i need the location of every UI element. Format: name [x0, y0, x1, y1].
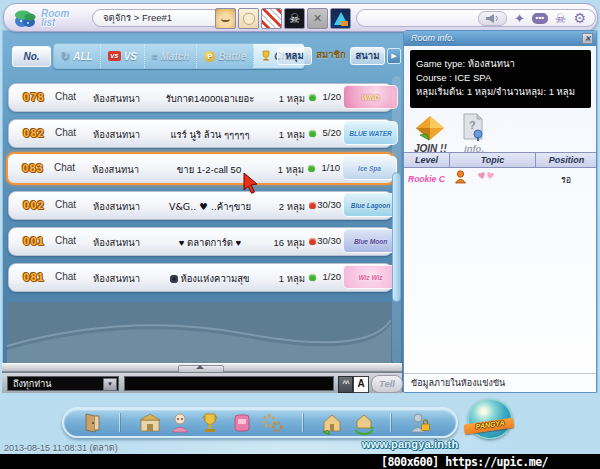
room-row-001[interactable]: 001 Chat ห้องสนทนา ♥ ตลาดการ์ด ♥ 16 หลุม…: [8, 227, 393, 256]
shop-icon[interactable]: [138, 411, 162, 435]
utility-pill: ✦ ••• ☠ ⚙: [356, 9, 596, 27]
pangya-lobby-screen: Room list จตุจักร > Free#1 ☠ ✕ ✦ ••• ☠ ⚙…: [0, 0, 600, 469]
broken-heart-icon: ♥♥: [478, 171, 494, 181]
column-level[interactable]: Level: [404, 152, 450, 168]
top-bar: Room list จตุจักร > Free#1 ☠ ✕ ✦ ••• ☠ ⚙: [3, 3, 598, 32]
caddie-icon[interactable]: [168, 411, 192, 435]
room-list-scrollbar[interactable]: [392, 76, 401, 364]
room-players: 30/30: [315, 199, 341, 210]
room-row-082[interactable]: 082 Chat ห้องสนทนา แรร์ นูริ ล้วน ๆๆๆๆๆ …: [8, 119, 393, 148]
splitter-bar[interactable]: [2, 363, 402, 372]
chat-input[interactable]: [124, 376, 334, 391]
room-type: Chat: [55, 91, 87, 102]
room-holes: 2 หลุม: [249, 199, 305, 214]
room-row-083-selected[interactable]: 083 Chat ห้องสนทนา ขาย 1-2-call 50 1 หลุ…: [6, 152, 395, 185]
chat-target-select[interactable]: ถึงทุกท่าน ▼: [7, 376, 119, 391]
chevron-down-icon[interactable]: ▼: [103, 378, 117, 391]
game-type-line: Game type: ห้องสนทนา: [416, 57, 585, 71]
megaphone-icon[interactable]: [478, 11, 507, 26]
skull-icon[interactable]: ☠: [555, 12, 567, 25]
member-position: รอ: [536, 173, 596, 187]
splitter-arrow-icon: [196, 365, 204, 369]
room-type: Chat: [55, 235, 87, 246]
room-info-header: Room info. ✕: [404, 31, 596, 46]
gear-icon[interactable]: ⚙: [573, 11, 586, 25]
tournament-trophy-icon[interactable]: [198, 411, 222, 435]
breadcrumb[interactable]: จตุจักร > Free#1: [92, 9, 222, 27]
tab-battle[interactable]: PBattle: [197, 44, 254, 68]
flag-item-avatar[interactable]: [330, 8, 351, 29]
font-size-button[interactable]: ^^: [338, 376, 353, 393]
lock-user-icon[interactable]: [408, 411, 432, 435]
locker-icon[interactable]: [230, 411, 254, 435]
room-holes: 1 หลุม: [249, 127, 305, 142]
sort-number-button[interactable]: No.: [12, 46, 51, 67]
chat-bubble-icon[interactable]: •••: [532, 13, 548, 24]
close-icon[interactable]: ✕: [582, 33, 593, 44]
room-type: Chat: [55, 199, 87, 210]
room-info-title: Room info.: [411, 33, 455, 43]
skull-character-avatar[interactable]: ☠: [284, 8, 305, 29]
refresh-icon: ↻: [61, 50, 70, 63]
tab-all[interactable]: ↻ALL: [54, 44, 101, 68]
vs-icon: VS: [108, 51, 121, 61]
battle-coin-icon: P: [204, 51, 215, 62]
watermark-bar: [800x600] https://upic.me/: [0, 454, 600, 469]
course-thumbnail: Ice Spa: [342, 156, 397, 180]
room-type: Chat: [55, 271, 87, 282]
course-thumbnail: Blue Moon: [343, 229, 398, 253]
channel-icon[interactable]: [352, 411, 376, 435]
sparkle-icon[interactable]: ✦: [514, 12, 525, 25]
website-url: www.pangya.in.th: [362, 438, 518, 450]
settings-gears-icon[interactable]: [260, 411, 284, 435]
room-row-081[interactable]: 081 Chat ห้องสนทนา ห้องแห่งความสุข 1 หลุ…: [8, 263, 393, 292]
mouse-cursor: [243, 173, 260, 194]
holes-line: หลุมเริ่มต้น: 1 หลุม/จำนวนหลุม: 1 หลุม: [416, 85, 585, 99]
sort-holes-button[interactable]: หลุม: [277, 47, 312, 65]
course-thumbnail: WIND: [343, 85, 398, 109]
tell-button[interactable]: Tell: [371, 375, 403, 393]
room-row-078[interactable]: 078 Chat ห้องสนทนา รับกาด14000เอาเยอะ 1 …: [8, 83, 393, 112]
course-thumbnail: Wiz Wiz: [343, 265, 398, 289]
toolbar-divider: [119, 413, 120, 432]
column-position[interactable]: Position: [536, 152, 597, 168]
room-row-002[interactable]: 002 Chat ห้องสนทนา V&G.. ♥ ..ค้าๆขาย 2 ห…: [8, 191, 393, 220]
chat-bar: ถึงทุกท่าน ▼ ^^ A Tell: [2, 372, 402, 393]
font-button[interactable]: A: [353, 376, 369, 393]
disc-icon: [170, 275, 178, 283]
sort-members-button[interactable]: สมาชิก: [314, 47, 348, 63]
room-info-panel: Room info. ✕ Game type: ห้องสนทนา Course…: [403, 30, 597, 393]
blonde-character-avatar[interactable]: [215, 8, 236, 29]
room-players: 1/20: [315, 91, 341, 102]
person-icon: [454, 170, 467, 188]
watermark-text: [800x600] https://upic.me/: [381, 455, 548, 469]
tab-match[interactable]: ≈Match: [145, 44, 197, 68]
sort-course-button[interactable]: สนาม: [350, 47, 385, 65]
join-house-icon: [414, 115, 448, 143]
exit-door-icon[interactable]: [80, 411, 104, 435]
cat-character-avatar[interactable]: [238, 8, 259, 29]
column-topic[interactable]: Topic: [450, 152, 536, 168]
room-number: 081: [17, 271, 51, 283]
pencil-item-avatar[interactable]: [261, 8, 282, 29]
more-sort-arrow-button[interactable]: ▶: [387, 48, 401, 64]
avatar-strip: ☠ ✕: [215, 8, 351, 29]
room-number: 001: [17, 235, 51, 247]
member-level: Rookie C: [408, 174, 445, 184]
toolbar-divider: [390, 413, 391, 432]
room-info-footer: ข้อมูลภายในห้องแข่งขัน: [404, 373, 596, 392]
my-room-icon[interactable]: [320, 411, 344, 435]
empty-slot-avatar[interactable]: ✕: [307, 8, 328, 29]
room-holes: 1 หลุม: [249, 91, 305, 106]
room-number: 082: [17, 127, 51, 139]
pangya-logo: PANGYA: [464, 399, 514, 441]
room-players: 30/30: [315, 235, 341, 246]
room-players: 5/20: [315, 127, 341, 138]
tab-vs[interactable]: VSVS: [101, 44, 145, 68]
roomlist-logo: Room list: [41, 9, 75, 27]
roomlist-logo-icon: [13, 8, 37, 28]
scrollbar-thumb[interactable]: [392, 172, 401, 302]
room-players: 1/10: [314, 162, 340, 173]
svg-text:?: ?: [469, 119, 476, 131]
course-thumbnail: BLUE WATER: [343, 121, 398, 145]
